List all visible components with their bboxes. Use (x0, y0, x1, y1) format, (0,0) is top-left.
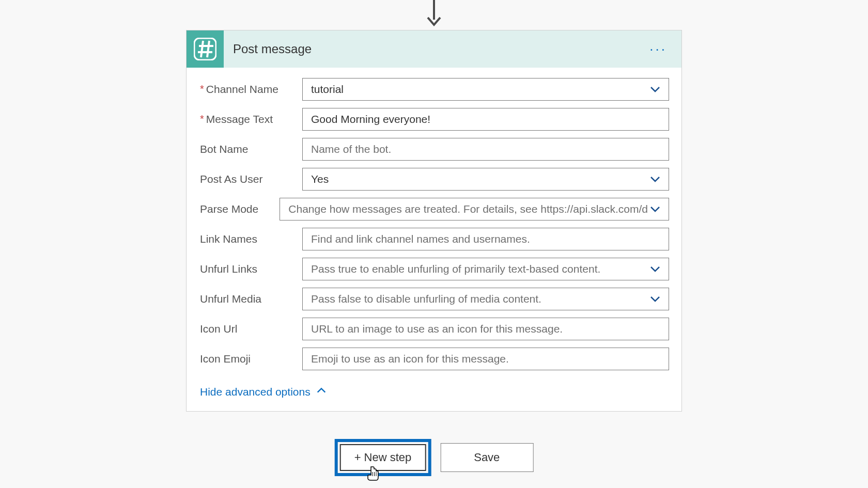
slack-hash-icon (187, 30, 224, 68)
icon-url-input[interactable]: URL to an image to use as an icon for th… (302, 318, 669, 340)
post-message-card: Post message ··· *Channel Name tutorial … (186, 30, 682, 412)
unfurl-media-dropdown[interactable]: Pass false to disable unfurling of media… (302, 288, 669, 310)
card-header[interactable]: Post message ··· (187, 30, 681, 68)
hide-advanced-options-toggle[interactable]: Hide advanced options (199, 385, 669, 399)
svg-line-3 (201, 41, 203, 57)
required-indicator: * (200, 113, 204, 124)
field-row-bot-name: Bot Name Name of the bot. (199, 138, 669, 161)
chevron-down-icon (648, 263, 662, 275)
field-label: Bot Name (199, 143, 302, 155)
field-row-unfurl-links: Unfurl Links Pass true to enable unfurli… (199, 258, 669, 280)
field-label: Icon Url (199, 323, 302, 335)
field-label: Unfurl Media (199, 293, 302, 305)
message-text-input[interactable]: Good Morning everyone! (302, 108, 669, 131)
field-row-icon-url: Icon Url URL to an image to use as an ic… (199, 318, 669, 340)
link-names-input[interactable]: Find and link channel names and username… (302, 228, 669, 250)
plus-icon: + (354, 451, 361, 464)
flow-arrow-connector (424, 0, 444, 31)
card-title: Post message (233, 42, 643, 56)
chevron-down-icon (648, 293, 662, 305)
chevron-down-icon (648, 83, 662, 96)
new-step-highlight: + New step (335, 439, 431, 476)
save-button[interactable]: Save (440, 443, 533, 472)
field-row-channel-name: *Channel Name tutorial (199, 78, 669, 101)
field-row-message-text: *Message Text Good Morning everyone! (199, 108, 669, 131)
field-row-link-names: Link Names Find and link channel names a… (199, 228, 669, 250)
svg-line-4 (207, 41, 209, 57)
post-as-user-dropdown[interactable]: Yes (302, 168, 669, 191)
card-body: *Channel Name tutorial *Message Text Goo… (187, 68, 681, 411)
card-menu-button[interactable]: ··· (643, 41, 673, 57)
svg-rect-5 (194, 38, 216, 60)
field-label: *Channel Name (199, 83, 302, 96)
chevron-down-icon (648, 203, 662, 215)
chevron-up-icon (316, 385, 327, 399)
unfurl-links-dropdown[interactable]: Pass true to enable unfurling of primari… (302, 258, 669, 280)
field-label: Link Names (199, 233, 302, 245)
field-label: Unfurl Links (199, 263, 302, 275)
chevron-down-icon (648, 173, 662, 185)
footer-buttons: + New step Save (335, 439, 534, 476)
field-label: *Message Text (199, 113, 302, 125)
channel-name-dropdown[interactable]: tutorial (302, 78, 669, 101)
icon-emoji-input[interactable]: Emoji to use as an icon for this message… (302, 348, 669, 370)
field-row-icon-emoji: Icon Emoji Emoji to use as an icon for t… (199, 348, 669, 370)
field-label: Parse Mode (199, 203, 280, 215)
parse-mode-dropdown[interactable]: Change how messages are treated. For det… (280, 198, 669, 221)
field-label: Post As User (199, 173, 302, 185)
bot-name-input[interactable]: Name of the bot. (302, 138, 669, 161)
field-label: Icon Emoji (199, 353, 302, 365)
field-row-unfurl-media: Unfurl Media Pass false to disable unfur… (199, 288, 669, 310)
new-step-button[interactable]: + New step (340, 444, 426, 471)
field-row-post-as-user: Post As User Yes (199, 168, 669, 191)
required-indicator: * (200, 83, 204, 95)
field-row-parse-mode: Parse Mode Change how messages are treat… (199, 198, 669, 221)
